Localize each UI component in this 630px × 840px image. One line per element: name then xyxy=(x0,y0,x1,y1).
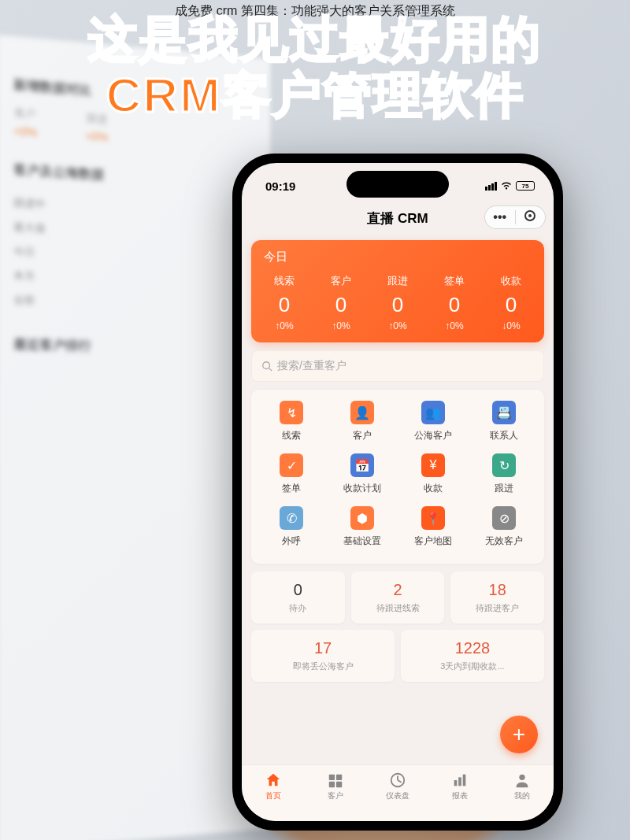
stat-value: 0 xyxy=(313,293,369,317)
bg-section3-title: 最近客户排行 xyxy=(13,336,255,358)
kpi-即将丢公海客户[interactable]: 17 即将丢公海客户 xyxy=(251,630,395,682)
grid-item-收款计划[interactable]: 📅 收款计划 xyxy=(327,453,398,495)
stat-value: 0 xyxy=(256,293,313,317)
grid-item-线索[interactable]: ↯ 线索 xyxy=(256,401,327,442)
stat-delta: ↑0% xyxy=(256,320,313,331)
stat-delta: ↑0% xyxy=(313,320,369,331)
tab-label: 客户 xyxy=(304,790,366,801)
stat-value: 0 xyxy=(483,293,539,317)
battery-icon: 75 xyxy=(516,181,535,191)
today-header: 今日 xyxy=(256,250,539,265)
today-summary-card[interactable]: 今日 线索 0 ↑0%客户 0 ↑0%跟进 0 ↑0%签单 0 ↑0%收款 0 xyxy=(251,240,544,342)
kpi-label: 待办 xyxy=(256,602,340,614)
search-icon xyxy=(261,361,272,372)
tab-label: 首页 xyxy=(242,790,304,801)
grid-item-收款[interactable]: ¥ 收款 xyxy=(398,453,469,495)
search-placeholder: 搜索/查重客户 xyxy=(277,359,346,373)
签单-icon: ✓ xyxy=(280,453,303,477)
kpi-number: 17 xyxy=(256,639,390,657)
add-fab-button[interactable]: + xyxy=(500,716,538,753)
stat-label: 签单 xyxy=(426,274,483,288)
kpi-number: 1228 xyxy=(406,639,539,657)
grid-item-客户地图[interactable]: 📍 客户地图 xyxy=(398,506,469,548)
headline-line1: 这是我见过最好用的 xyxy=(0,11,630,67)
tab-icon xyxy=(389,772,406,789)
基础设置-icon: ⬢ xyxy=(350,506,374,530)
svg-rect-2 xyxy=(329,775,335,780)
tab-label: 我的 xyxy=(491,790,554,801)
status-time: 09:19 xyxy=(265,179,295,193)
svg-rect-7 xyxy=(454,780,458,786)
kpi-3天内到期收款...[interactable]: 1228 3天内到期收款... xyxy=(401,630,544,682)
kpi-待跟进客户[interactable]: 18 待跟进客户 xyxy=(450,572,544,624)
stat-label: 跟进 xyxy=(369,274,426,288)
stat-delta: ↓0% xyxy=(483,320,539,331)
stat-label: 收款 xyxy=(483,274,539,288)
search-input[interactable]: 搜索/查重客户 xyxy=(251,350,544,382)
phone-screen: 09:19 75 直播 CRM ••• 今日 线索 0 ↑0%客户 xyxy=(242,163,554,821)
tab-报表[interactable]: 报表 xyxy=(429,765,491,813)
无效客户-icon: ⊘ xyxy=(492,506,516,530)
bg-section2-title: 客户及公海数据 xyxy=(13,161,255,192)
svg-point-0 xyxy=(263,362,270,369)
stat-delta: ↑0% xyxy=(426,320,483,331)
tab-我的[interactable]: 我的 xyxy=(491,765,554,813)
miniprogram-capsule[interactable]: ••• xyxy=(484,205,546,229)
today-stat-签单[interactable]: 签单 0 ↑0% xyxy=(426,274,483,331)
tab-首页[interactable]: 首页 xyxy=(242,765,304,813)
收款计划-icon: 📅 xyxy=(350,453,374,477)
today-stat-客户[interactable]: 客户 0 ↑0% xyxy=(313,274,369,331)
公海客户-icon: 👥 xyxy=(421,401,445,424)
today-stat-线索[interactable]: 线索 0 ↑0% xyxy=(256,274,313,331)
today-stat-收款[interactable]: 收款 0 ↓0% xyxy=(483,274,539,331)
tab-icon xyxy=(327,772,344,789)
grid-item-客户[interactable]: 👤 客户 xyxy=(327,401,398,442)
tab-客户[interactable]: 客户 xyxy=(304,765,366,813)
grid-item-无效客户[interactable]: ⊘ 无效客户 xyxy=(469,506,539,548)
grid-item-外呼[interactable]: ✆ 外呼 xyxy=(256,506,327,548)
tab-icon xyxy=(513,772,531,789)
外呼-icon: ✆ xyxy=(280,506,303,530)
kpi-number: 18 xyxy=(455,581,539,599)
grid-item-label: 跟进 xyxy=(469,482,539,495)
kpi-label: 待跟进客户 xyxy=(455,602,539,614)
tab-仪表盘[interactable]: 仪表盘 xyxy=(366,765,428,813)
grid-item-跟进[interactable]: ↻ 跟进 xyxy=(469,453,539,495)
capsule-menu-icon[interactable]: ••• xyxy=(485,210,515,224)
signal-icon xyxy=(485,182,497,191)
svg-rect-8 xyxy=(458,777,461,786)
capsule-close-icon[interactable] xyxy=(516,210,546,224)
app-title: 直播 CRM xyxy=(367,209,428,228)
stat-label: 客户 xyxy=(313,274,369,288)
grid-item-label: 基础设置 xyxy=(327,535,398,548)
kpi-待办[interactable]: 0 待办 xyxy=(251,572,345,624)
svg-rect-9 xyxy=(463,775,466,786)
background-monitor: 新增数据对比 客户+0% 跟进+0% 客户及公海数据 跟进中 最大值 今日 本月… xyxy=(0,35,270,840)
grid-item-label: 收款 xyxy=(398,482,469,495)
grid-item-label: 无效客户 xyxy=(469,535,539,548)
svg-point-10 xyxy=(520,775,525,780)
kpi-label: 待跟进线索 xyxy=(356,602,440,614)
kpi-number: 0 xyxy=(256,581,340,599)
headline-line2: CRM客户管理软件 xyxy=(0,67,630,123)
kpi-label: 即将丢公海客户 xyxy=(256,661,390,672)
iphone-notch xyxy=(346,171,449,198)
线索-icon: ↯ xyxy=(280,401,303,424)
phone-frame: 09:19 75 直播 CRM ••• 今日 线索 0 ↑0%客户 xyxy=(232,154,563,831)
kpi-待跟进线索[interactable]: 2 待跟进线索 xyxy=(351,572,445,624)
bottom-tab-bar: 首页 客户 仪表盘 报表 我的 xyxy=(242,764,554,821)
tab-icon xyxy=(451,772,469,789)
today-stat-跟进[interactable]: 跟进 0 ↑0% xyxy=(369,274,426,331)
跟进-icon: ↻ xyxy=(492,453,516,477)
grid-item-label: 客户地图 xyxy=(398,535,469,548)
grid-item-label: 公海客户 xyxy=(398,429,469,442)
联系人-icon: 📇 xyxy=(492,401,516,424)
tab-label: 仪表盘 xyxy=(366,790,428,801)
grid-item-联系人[interactable]: 📇 联系人 xyxy=(469,401,539,442)
wifi-icon xyxy=(500,181,513,191)
stat-delta: ↑0% xyxy=(369,320,426,331)
grid-item-签单[interactable]: ✓ 签单 xyxy=(256,453,327,495)
grid-item-基础设置[interactable]: ⬢ 基础设置 xyxy=(327,506,398,548)
miniprogram-header: 直播 CRM ••• xyxy=(242,201,554,235)
grid-item-公海客户[interactable]: 👥 公海客户 xyxy=(398,401,469,442)
